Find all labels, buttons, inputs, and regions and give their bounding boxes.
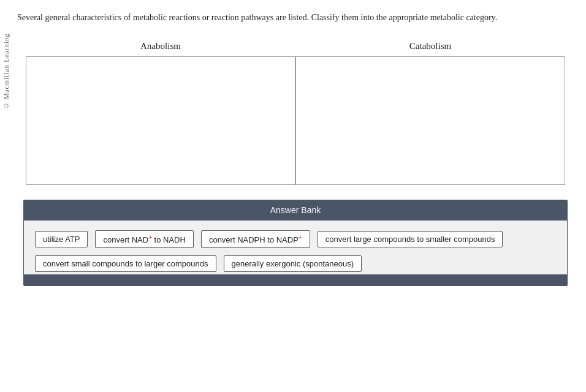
chip-convert-nadph-nadp[interactable]: convert NADPH to NADP+ <box>201 230 310 248</box>
anabolism-drop-zone[interactable] <box>26 56 295 185</box>
answer-bank-header: Answer Bank <box>24 200 567 221</box>
anabolism-column: Anabolism <box>26 41 295 185</box>
instructions-text: Several general characteristics of metab… <box>17 11 544 24</box>
answer-bank-section: Answer Bank utilize ATP convert NAD+ to … <box>23 200 568 286</box>
answer-bank-body: utilize ATP convert NAD+ to NADH convert… <box>24 221 567 274</box>
catabolism-label: Catabolism <box>409 41 451 51</box>
catabolism-column: Catabolism <box>295 41 565 185</box>
anabolism-label: Anabolism <box>140 41 181 51</box>
chip-convert-small-larger[interactable]: convert small compounds to larger compou… <box>35 255 216 272</box>
chip-generally-exergonic[interactable]: generally exergonic (spontaneous) <box>224 255 362 272</box>
catabolism-drop-zone[interactable] <box>295 56 565 185</box>
answer-row-1: utilize ATP convert NAD+ to NADH convert… <box>35 230 556 248</box>
drop-zones-container: Anabolism Catabolism <box>17 41 574 185</box>
chip-convert-large-smaller[interactable]: convert large compounds to smaller compo… <box>318 231 503 247</box>
chip-convert-nad-nadh[interactable]: convert NAD+ to NADH <box>95 230 193 248</box>
answer-row-2: convert small compounds to larger compou… <box>35 255 556 272</box>
watermark: © Macmillan Learning <box>0 31 12 112</box>
chip-utilize-atp[interactable]: utilize ATP <box>35 231 88 247</box>
